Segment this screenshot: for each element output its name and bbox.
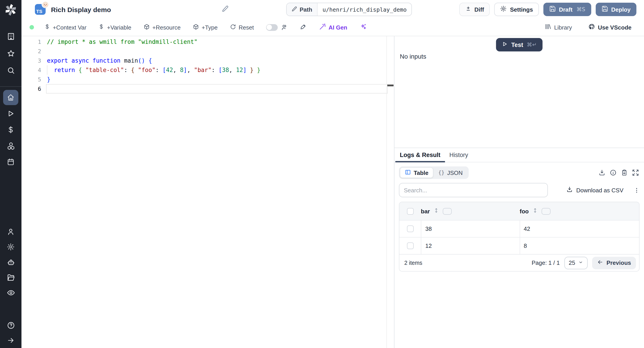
multiplayer-toggle[interactable] — [266, 24, 278, 31]
row-checkbox[interactable] — [407, 242, 414, 249]
format-brush-button[interactable] — [300, 23, 306, 31]
sidebar-item-search[interactable] — [0, 62, 22, 79]
vscode-icon — [588, 23, 595, 32]
editor-toolbar: +Context Var +Variable +Resource +Type R… — [22, 19, 644, 36]
sparkles-button[interactable] — [359, 23, 366, 32]
paste-icon[interactable] — [621, 169, 628, 176]
sort-icon[interactable] — [433, 207, 439, 215]
page-label: Page: 1 / 1 — [532, 260, 560, 266]
add-variable-button[interactable]: +Variable — [98, 24, 132, 31]
pencil-icon — [292, 6, 297, 13]
result-table: barfoo 3842128 2 items Page: 1 / 1 25 — [399, 202, 640, 272]
result-panel: Logs & Result History Table {} JSON — [394, 148, 644, 348]
view-toggle: Table {} JSON — [399, 166, 468, 179]
previous-page-button[interactable]: Previous — [592, 256, 636, 269]
add-context-var-button[interactable]: +Context Var — [44, 24, 86, 31]
code-line[interactable]: 3export async function main() { — [22, 56, 394, 65]
use-vscode-button[interactable]: Use VScode — [588, 23, 632, 32]
code-line[interactable]: 2 — [22, 46, 394, 56]
tab-history[interactable]: History — [445, 148, 473, 162]
run-panel: Test ⌘↵ No inputs — [394, 36, 644, 148]
column-header-foo[interactable]: foo — [520, 202, 639, 220]
sidebar-item-runs[interactable] — [0, 106, 22, 122]
result-actions — [598, 169, 639, 176]
deploy-button[interactable]: Deploy — [596, 3, 636, 16]
edit-title-button[interactable] — [222, 5, 228, 14]
line-number: 2 — [22, 46, 41, 56]
emoji-avatar-icon — [42, 1, 49, 8]
column-pill-button[interactable] — [542, 208, 550, 214]
expand-icon[interactable] — [632, 169, 639, 176]
column-header-bar[interactable]: bar — [421, 202, 520, 220]
sort-icon[interactable] — [532, 207, 538, 215]
download-csv-button[interactable]: Download as CSV — [566, 186, 624, 194]
calendar-icon — [7, 158, 15, 166]
star-icon — [6, 49, 15, 58]
view-json-button[interactable]: {} JSON — [433, 167, 468, 178]
select-all-checkbox[interactable] — [407, 208, 414, 214]
magic-wand-icon — [319, 23, 326, 32]
view-table-button[interactable]: Table — [400, 167, 433, 178]
sidebar-item-folders[interactable] — [0, 270, 22, 285]
braces-icon: {} — [438, 170, 444, 176]
sidebar-item-resources[interactable] — [0, 138, 22, 154]
result-tabs: Logs & Result History — [394, 148, 644, 162]
sparkles-icon — [359, 23, 366, 32]
sidebar-item-favorites[interactable] — [0, 45, 22, 62]
sidebar-group-admin — [0, 224, 22, 300]
package-icon — [193, 24, 199, 31]
sidebar-item-audit-logs[interactable] — [0, 285, 22, 300]
sidebar-item-home[interactable] — [0, 90, 22, 106]
ai-gen-button[interactable]: AI Gen — [319, 23, 347, 32]
page-title: Rich Display demo — [51, 6, 111, 13]
code-line[interactable]: 5} — [22, 75, 394, 84]
search-input[interactable] — [399, 183, 548, 197]
multiplayer-icon — [281, 24, 288, 31]
status-dot — [30, 25, 34, 30]
add-resource-button[interactable]: +Resource — [143, 24, 180, 31]
sidebar-item-users[interactable] — [0, 224, 22, 239]
row-checkbox[interactable] — [407, 226, 414, 232]
table-icon — [405, 169, 411, 176]
code-line[interactable]: 4 return { "table-col": { "foo": [42, 8]… — [22, 65, 394, 75]
page-size-select[interactable]: 25 — [564, 256, 588, 269]
sidebar-item-collapse[interactable] — [0, 333, 22, 348]
pencil-icon — [222, 7, 228, 14]
kebab-menu-icon[interactable] — [633, 187, 640, 194]
test-button[interactable]: Test ⌘↵ — [496, 38, 542, 52]
typescript-badge-icon: TS — [35, 4, 46, 15]
windmill-logo-icon[interactable] — [0, 0, 22, 20]
sidebar-item-schedules[interactable] — [0, 154, 22, 170]
sidebar-item-settings[interactable] — [0, 239, 22, 254]
column-pill-button[interactable] — [443, 208, 452, 214]
reset-button[interactable]: Reset — [230, 24, 254, 31]
info-icon[interactable] — [610, 169, 617, 176]
sidebar-item-help[interactable] — [0, 318, 22, 333]
sidebar-item-variables[interactable] — [0, 122, 22, 138]
path-label[interactable]: Path — [287, 3, 318, 16]
no-inputs-label: No inputs — [400, 53, 426, 60]
table-cell: 12 — [421, 238, 520, 254]
table-cell: 8 — [520, 238, 639, 254]
line-number: 5 — [22, 75, 41, 84]
sidebar-item-workspace[interactable] — [0, 28, 22, 45]
arrow-right-icon — [7, 336, 15, 344]
path-group[interactable]: Path u/henri/rich_display_demo — [286, 3, 412, 16]
table-row[interactable]: 128 — [399, 237, 639, 254]
diff-button[interactable]: Diff — [459, 3, 490, 16]
code-editor[interactable]: 1// import * as wmill from "windmill-cli… — [22, 36, 394, 348]
download-icon[interactable] — [598, 169, 606, 176]
table-row[interactable]: 3842 — [399, 220, 639, 237]
tab-logs-result[interactable]: Logs & Result — [395, 148, 445, 162]
library-button[interactable]: Library — [545, 23, 572, 31]
draft-button[interactable]: Draft ⌘S — [543, 3, 591, 16]
code-line[interactable]: 6 — [22, 84, 394, 94]
add-type-button[interactable]: +Type — [193, 24, 218, 31]
code-line[interactable]: 1// import * as wmill from "windmill-cli… — [22, 37, 394, 46]
path-value[interactable]: u/henri/rich_display_demo — [318, 3, 412, 16]
chevron-down-icon — [578, 260, 583, 266]
settings-button[interactable]: Settings — [494, 3, 539, 16]
sidebar-item-workers[interactable] — [0, 254, 22, 270]
eye-icon — [6, 288, 15, 297]
sidebar-group-bottom — [0, 318, 22, 348]
